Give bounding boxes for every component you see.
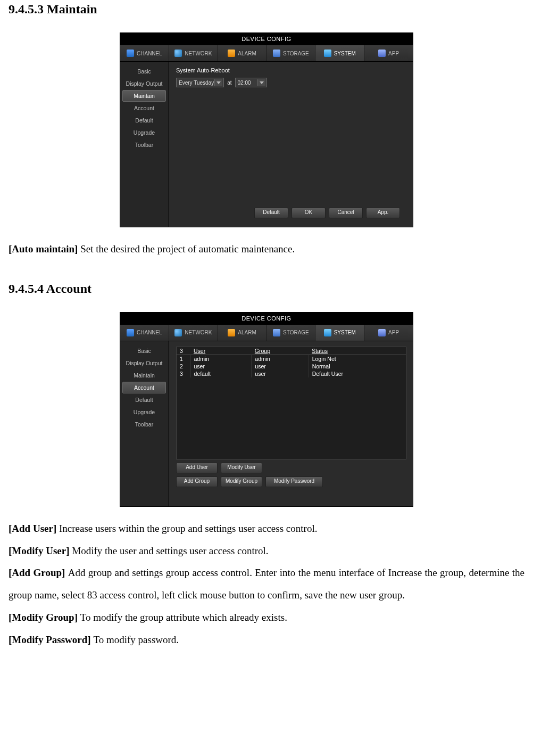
desc-modify-user: [Modify User] Modify the user and settin… bbox=[9, 540, 524, 562]
maintain-screenshot: DEVICE CONFIG CHANNEL NETWORK ALARM STOR… bbox=[9, 32, 524, 227]
day-select[interactable]: Every Tuesday bbox=[176, 78, 224, 87]
col-status: Status bbox=[309, 347, 406, 355]
add-group-button[interactable]: Add Group bbox=[176, 476, 218, 487]
row-user: admin bbox=[190, 355, 252, 363]
top-tabs: CHANNEL NETWORK ALARM STORAGE SYSTEM bbox=[120, 45, 413, 62]
modify-group-button[interactable]: Modify Group bbox=[221, 476, 262, 487]
tab-system-label: SYSTEM bbox=[334, 330, 356, 335]
sidebar-item-display-output[interactable]: Display Output bbox=[122, 78, 166, 89]
account-screenshot: DEVICE CONFIG CHANNEL NETWORK ALARM STOR… bbox=[9, 312, 524, 507]
modify-password-button[interactable]: Modify Password bbox=[265, 476, 323, 487]
desc-modify-group: [Modify Group] To modify the group attri… bbox=[9, 606, 524, 629]
desc-add-group-text: Add group and settings group access cont… bbox=[9, 567, 524, 601]
row-user: default bbox=[190, 370, 252, 377]
row-idx: 1 bbox=[177, 355, 190, 363]
day-select-value: Every Tuesday bbox=[179, 80, 214, 86]
system-icon bbox=[324, 329, 331, 336]
time-select-value: 02:00 bbox=[238, 80, 251, 86]
tab-channel[interactable]: CHANNEL bbox=[120, 45, 169, 61]
app-icon bbox=[378, 50, 386, 57]
sidebar-item-default[interactable]: Default bbox=[122, 394, 166, 406]
tab-system-label: SYSTEM bbox=[334, 51, 356, 56]
network-icon bbox=[174, 329, 182, 336]
desc-modify-group-text: To modify the group attribute which alre… bbox=[80, 612, 287, 623]
alarm-icon bbox=[228, 50, 235, 57]
desc-modify-group-label: [Modify Group] bbox=[9, 612, 80, 623]
desc-modify-password-label: [Modify Password] bbox=[9, 634, 93, 645]
row-status: Login Net bbox=[309, 355, 406, 363]
table-row[interactable]: 1 admin admin Login Net bbox=[177, 355, 406, 363]
tab-storage[interactable]: STORAGE bbox=[266, 45, 315, 61]
sidebar-item-maintain[interactable]: Maintain bbox=[122, 90, 166, 102]
sidebar-item-upgrade[interactable]: Upgrade bbox=[122, 127, 166, 138]
tab-app-label: APP bbox=[388, 51, 399, 56]
sidebar-item-toolbar[interactable]: Toolbar bbox=[122, 418, 166, 430]
sidebar-item-basic[interactable]: Basic bbox=[122, 65, 166, 77]
tab-alarm[interactable]: ALARM bbox=[218, 325, 267, 341]
channel-icon bbox=[127, 50, 134, 57]
auto-reboot-label: System Auto-Reboot bbox=[176, 67, 405, 73]
table-header-row: 3 User Group Status bbox=[177, 347, 406, 355]
desc-auto-maintain: [Auto maintain] Set the desired the proj… bbox=[9, 238, 524, 260]
tab-network-label: NETWORK bbox=[185, 330, 212, 335]
sidebar-item-maintain[interactable]: Maintain bbox=[122, 369, 166, 381]
desc-modify-user-text: Modify the user and settings user access… bbox=[72, 545, 268, 556]
table-row[interactable]: 3 default user Default User bbox=[177, 370, 406, 377]
modify-user-button[interactable]: Modify User bbox=[221, 463, 262, 473]
tab-alarm-label: ALARM bbox=[238, 51, 256, 56]
tab-app[interactable]: APP bbox=[364, 45, 413, 61]
tab-network[interactable]: NETWORK bbox=[169, 45, 218, 61]
add-user-button[interactable]: Add User bbox=[176, 463, 218, 473]
system-icon bbox=[324, 50, 331, 57]
maintain-content: System Auto-Reboot Every Tuesday at 02:0… bbox=[169, 62, 413, 227]
desc-add-user: [Add User] Increase users within the gro… bbox=[9, 517, 524, 540]
sidebar-item-account[interactable]: Account bbox=[122, 382, 166, 393]
alarm-icon bbox=[228, 329, 235, 336]
top-tabs: CHANNEL NETWORK ALARM STORAGE SYSTEM bbox=[120, 324, 413, 341]
sidebar-item-account[interactable]: Account bbox=[122, 102, 166, 114]
sidebar-item-upgrade[interactable]: Upgrade bbox=[122, 406, 166, 418]
device-config-window: DEVICE CONFIG CHANNEL NETWORK ALARM STOR… bbox=[120, 32, 413, 227]
tab-channel[interactable]: CHANNEL bbox=[120, 325, 169, 341]
time-select[interactable]: 02:00 bbox=[235, 78, 267, 87]
default-button[interactable]: Default bbox=[254, 208, 288, 218]
desc-auto-maintain-text: Set the desired the project of automatic… bbox=[80, 243, 295, 254]
tab-channel-label: CHANNEL bbox=[137, 51, 162, 56]
channel-icon bbox=[127, 329, 134, 336]
storage-icon bbox=[273, 329, 280, 336]
tab-storage[interactable]: STORAGE bbox=[266, 325, 315, 341]
sidebar-item-display-output[interactable]: Display Output bbox=[122, 357, 166, 369]
at-label: at bbox=[227, 80, 231, 86]
sidebar-item-basic[interactable]: Basic bbox=[122, 345, 166, 357]
heading-account: 9.4.5.4 Account bbox=[9, 282, 524, 296]
cancel-button[interactable]: Cancel bbox=[329, 208, 363, 218]
tab-alarm-label: ALARM bbox=[238, 330, 256, 335]
row-group: admin bbox=[252, 355, 309, 363]
tab-app-label: APP bbox=[388, 330, 399, 335]
footer-buttons: Default OK Cancel App. bbox=[176, 204, 405, 223]
sidebar-item-toolbar[interactable]: Toolbar bbox=[122, 139, 166, 151]
tab-system[interactable]: SYSTEM bbox=[315, 45, 364, 61]
desc-auto-maintain-label: [Auto maintain] bbox=[9, 243, 80, 254]
document-page: 9.4.5.3 Maintain DEVICE CONFIG CHANNEL N… bbox=[0, 2, 533, 756]
col-group: Group bbox=[252, 347, 309, 355]
sidebar-item-default[interactable]: Default bbox=[122, 114, 166, 126]
row-group: user bbox=[252, 363, 309, 370]
tab-alarm[interactable]: ALARM bbox=[218, 45, 267, 61]
desc-modify-user-label: [Modify User] bbox=[9, 545, 72, 556]
app-button[interactable]: App. bbox=[366, 208, 400, 218]
row-group: user bbox=[252, 370, 309, 377]
tab-app[interactable]: APP bbox=[364, 325, 413, 341]
ok-button[interactable]: OK bbox=[292, 208, 326, 218]
row-status: Default User bbox=[309, 370, 406, 377]
tab-channel-label: CHANNEL bbox=[137, 330, 162, 335]
row-idx: 3 bbox=[177, 370, 190, 377]
tab-network[interactable]: NETWORK bbox=[169, 325, 218, 341]
row-user: user bbox=[190, 363, 252, 370]
tab-system[interactable]: SYSTEM bbox=[315, 325, 364, 341]
tab-storage-label: STORAGE bbox=[283, 330, 309, 335]
account-content: 3 User Group Status 1 admin bbox=[169, 341, 413, 506]
table-row[interactable]: 2 user user Normal bbox=[177, 363, 406, 370]
chevron-down-icon bbox=[257, 79, 265, 86]
tab-storage-label: STORAGE bbox=[283, 51, 309, 56]
